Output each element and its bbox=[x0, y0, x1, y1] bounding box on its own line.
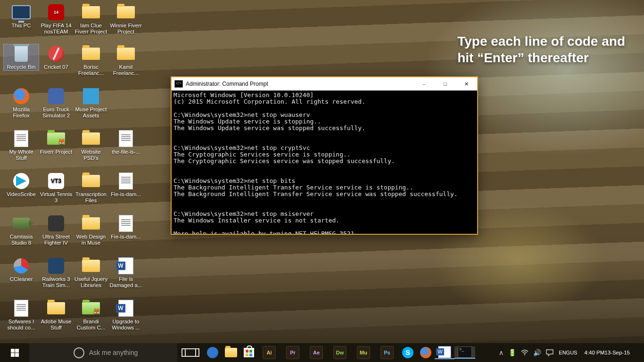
desktop-icon-web-design-muse[interactable]: Web Design in Muse bbox=[74, 214, 108, 246]
desktop-icon-my-whole-stuff[interactable]: My Whole Stuff bbox=[4, 129, 39, 161]
desktop-icon-website-psds[interactable]: Website PSD's bbox=[74, 129, 108, 161]
task-view-icon bbox=[185, 348, 196, 357]
svg-rect-0 bbox=[11, 349, 15, 353]
taskbar-app-photoshop[interactable]: Ps bbox=[375, 346, 399, 359]
start-button[interactable] bbox=[0, 343, 29, 362]
desktop-icon-fie-is-dam-2[interactable]: Fie-is-dam... bbox=[108, 214, 143, 240]
taskbar-app-word[interactable] bbox=[435, 346, 454, 359]
desktop-icon-transcription-files[interactable]: Transcription Files bbox=[74, 172, 108, 204]
desktop[interactable]: This PC14Play FIFA 14 nosTEAMIam Clue Fi… bbox=[0, 0, 644, 343]
desktop-icon-softwares-i-should[interactable]: Sofwares I should co... bbox=[4, 299, 39, 331]
desktop-icon-mozilla-firefox[interactable]: Mozilla Firefox bbox=[4, 87, 39, 119]
desktop-icon-muse-project-assets[interactable]: Muse Project Assets bbox=[74, 87, 108, 119]
desktop-icon-camtasia-studio-8[interactable]: Camtasia Studio 8 bbox=[4, 214, 39, 246]
window-titlebar[interactable]: C:\ Administrator: Command Prompt – □ ✕ bbox=[172, 77, 477, 90]
clock-date: 13-Sep-15 bbox=[604, 349, 630, 356]
action-center-icon[interactable] bbox=[544, 349, 556, 356]
clock[interactable]: 4:40 PM 13-Sep-15 bbox=[580, 349, 634, 356]
desktop-icon-kamil-freelanc[interactable]: Kamil Freelanc... bbox=[108, 44, 143, 76]
desktop-icon-useful-jquery[interactable]: Useful Jquery Libraries bbox=[74, 256, 108, 288]
desktop-icon-fiverr-project[interactable]: 🦊Fiverr Project bbox=[39, 129, 74, 155]
desktop-icon-winnie-fiverr[interactable]: Winnie Fiverr Project bbox=[108, 3, 143, 35]
taskbar: Ask me anything AiPrAeDwMuPsS>_ ∧ 🔋 🔊 EN… bbox=[0, 343, 644, 362]
desktop-icon-iam-clue-fiverr[interactable]: Iam Clue Fiverr Project bbox=[74, 3, 108, 35]
windows-logo-icon bbox=[11, 349, 19, 357]
desktop-icon-euro-truck-sim[interactable]: Euro Truck Simulator 2 bbox=[39, 87, 74, 119]
cortana-icon bbox=[74, 347, 84, 358]
taskbar-app-after-effects[interactable]: Ae bbox=[305, 346, 328, 359]
svg-rect-2 bbox=[11, 353, 15, 357]
clock-time: 4:40 PM bbox=[584, 349, 604, 356]
taskbar-app-dreamweaver[interactable]: Dw bbox=[328, 346, 352, 359]
desktop-icon-borisc-freelanc[interactable]: Borisc Freelanc... bbox=[74, 44, 108, 76]
taskbar-app-skype[interactable]: S bbox=[399, 347, 417, 358]
desktop-icon-the-file-is[interactable]: the-file-is-... bbox=[108, 129, 143, 155]
maximize-button[interactable]: □ bbox=[435, 77, 456, 90]
annotation-line-2: hit “Enter” thereafter bbox=[457, 49, 625, 66]
taskbar-app-edge[interactable] bbox=[204, 347, 222, 358]
search-box[interactable]: Ask me anything bbox=[29, 343, 177, 362]
desktop-icon-ccleaner[interactable]: CCleaner bbox=[4, 256, 39, 282]
tutorial-annotation: Type each line of code and hit “Enter” t… bbox=[457, 33, 625, 66]
desktop-icon-adobe-muse-stuff[interactable]: Adobe Muse Stuff bbox=[39, 299, 74, 331]
minimize-button[interactable]: – bbox=[413, 77, 435, 90]
command-prompt-output[interactable]: Microsoft Windows [Version 10.0.10240] (… bbox=[172, 90, 477, 234]
window-title: Administrator: Command Prompt bbox=[186, 81, 413, 87]
desktop-icon-railworks-3[interactable]: Railworks 3 Train Sim... bbox=[39, 256, 74, 288]
tray-overflow-button[interactable]: ∧ bbox=[496, 349, 506, 356]
annotation-line-1: Type each line of code and bbox=[457, 33, 625, 49]
desktop-icon-upgrade-to-windows[interactable]: Upgrade to Windows ... bbox=[108, 299, 143, 331]
svg-rect-3 bbox=[15, 353, 19, 357]
taskbar-app-firefox[interactable] bbox=[417, 347, 435, 358]
volume-icon[interactable]: 🔊 bbox=[531, 349, 544, 356]
svg-point-4 bbox=[524, 354, 525, 355]
taskbar-app-premiere[interactable]: Pr bbox=[281, 346, 305, 359]
desktop-icon-play-fifa-14[interactable]: 14Play FIFA 14 nosTEAM bbox=[39, 3, 74, 35]
search-placeholder: Ask me anything bbox=[89, 349, 138, 356]
cmd-icon: C:\ bbox=[174, 80, 183, 88]
language-indicator[interactable]: ENG US bbox=[556, 350, 580, 356]
task-view-button[interactable] bbox=[177, 343, 204, 362]
desktop-icon-videoscribe[interactable]: VideoScribe bbox=[4, 172, 39, 197]
desktop-icon-file-is-damaged[interactable]: File is Damaged a... bbox=[108, 256, 143, 288]
command-prompt-window[interactable]: C:\ Administrator: Command Prompt – □ ✕ … bbox=[171, 76, 478, 235]
wifi-icon[interactable] bbox=[519, 350, 531, 355]
desktop-icon-this-pc[interactable]: This PC bbox=[4, 3, 39, 29]
battery-icon[interactable]: 🔋 bbox=[506, 349, 519, 356]
close-button[interactable]: ✕ bbox=[456, 77, 477, 90]
desktop-icon-ultra-street-fighter[interactable]: Ultra Street Fighter IV bbox=[39, 214, 74, 246]
system-tray: ∧ 🔋 🔊 ENG US 4:40 PM 13-Sep-15 bbox=[496, 343, 644, 362]
desktop-icon-recycle-bin[interactable]: Recycle Bin bbox=[4, 44, 39, 70]
taskbar-app-file-explorer[interactable] bbox=[222, 348, 240, 357]
taskbar-app-cmd[interactable]: >_ bbox=[454, 346, 475, 359]
taskbar-app-store[interactable] bbox=[240, 348, 257, 357]
desktop-icon-virtual-tennis-3[interactable]: VT3Virtual Tennis 3 bbox=[39, 172, 74, 204]
taskbar-app-muse[interactable]: Mu bbox=[352, 346, 375, 359]
taskbar-app-illustrator[interactable]: Ai bbox=[257, 346, 281, 359]
desktop-icon-fie-is-dam-1[interactable]: Fie-is-dam... bbox=[108, 172, 143, 197]
svg-rect-1 bbox=[15, 349, 19, 353]
desktop-icon-brandi-custom[interactable]: 🦊Brandi Custom C... bbox=[74, 299, 108, 331]
desktop-icon-cricket-07[interactable]: Cricket 07 bbox=[39, 44, 74, 70]
